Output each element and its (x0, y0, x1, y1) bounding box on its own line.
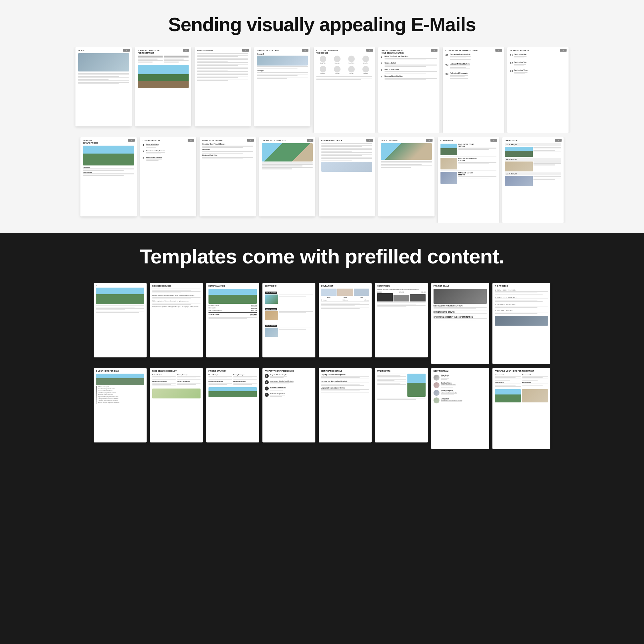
template-card-prop-comparison[interactable]: PROPERTY COMPARISON GUIDE 1 Property Val… (262, 368, 315, 442)
template-card-comparison1[interactable]: RE COMPARISON MAPLEWOOD COURT $865,000 (438, 137, 499, 223)
card-title: UTILITIES TIPS (377, 370, 426, 373)
template-card-process[interactable]: THE PROCESS ① INITIAL CONSULTATION: ② RE… (492, 283, 550, 364)
middle-section: Templates come with prefilled content. (0, 233, 644, 280)
comparison-guide: 1 Property Valuation Insights 2 Location… (265, 374, 313, 397)
logo-badge: RE (302, 49, 308, 52)
top-section: Sending visually appealing E-Mails RE RE… (0, 0, 644, 233)
middle-title: Templates come with prefilled content. (7, 245, 637, 268)
card-title: COMPARISON (265, 285, 313, 288)
card-title: COMPARISON (377, 285, 426, 288)
logo-badge: RE (247, 139, 254, 142)
goals-list: ENHANCED CUSTOMER SATISFACTION: MARKETWI… (434, 305, 487, 320)
template-card-pricing-strategy[interactable]: PRICING STRATEGY Market Analysis Pricing… (206, 368, 259, 442)
template-card-journey[interactable]: RE UNDERSTANDING YOURHOME SELLING JOURNE… (378, 47, 439, 133)
template-card-project-goals[interactable]: PROJECT GOALS ENHANCED CUSTOMER SATISFAC… (431, 283, 489, 364)
home-image (96, 374, 144, 385)
template-card-significance[interactable]: SIGNIFICANCE DETAILS Property Condition … (319, 368, 372, 442)
template-card-comp-table[interactable]: COMPARISON $800k $866k $750k Sq Fo (319, 283, 372, 357)
card-title: COMPARISON (321, 285, 369, 288)
strategy-image (208, 387, 257, 397)
row2-templates: RE IMPACT OFESTATE PRICING Positioning O… (7, 137, 637, 223)
logo-badge: RE (183, 49, 189, 52)
template-card-comparison2[interactable]: RE COMPARISON VALUE: $465,000 (502, 137, 564, 223)
template-card-comp-bars[interactable]: COMPARISON Discover the focus of the Rea… (375, 283, 428, 357)
bar-chart: $800,000$775,000$780,000 (377, 292, 426, 301)
template-card-pricing-impact[interactable]: RE IMPACT OFESTATE PRICING Positioning O… (80, 137, 137, 216)
card-title: INCLUSIVE SERVICES (510, 50, 566, 52)
template-card-feedback[interactable]: RE CUSTOMER FEEDBACK (319, 137, 375, 216)
card-title: CUSTOMER FEEDBACK (321, 140, 372, 142)
template-card-competitive[interactable]: RE COMPETITIVE PRICING Attracting More P… (200, 137, 256, 216)
template-card-valuation[interactable]: HOME VALUATION ESTIMATED VALUE:$319,500 … (206, 283, 259, 357)
card-title: PREPARING YOUR HOME FOR THE MARKET (495, 370, 548, 373)
fsbo-content: Market Analysis Pricing Considerations P… (152, 374, 201, 387)
card-title: PREPARING YOUR HOMEFOR THE MARKET (138, 50, 189, 54)
logo-badge: RE (366, 49, 373, 52)
template-card-promotion[interactable]: RE EFFECTIVE PROMOTIONTECHNIQUES Local P… (314, 47, 375, 133)
logo-badge: RE (555, 139, 562, 142)
card-title: EFFECTIVE PROMOTIONTECHNIQUES (316, 50, 372, 54)
template-card-services-sellers[interactable]: RE SERVICES PROVIDED FOR SELLERS 01 Comp… (443, 47, 504, 133)
strategy-content: Market Analysis Pricing Considerations P… (208, 374, 257, 386)
logo-badge: RE (560, 49, 567, 52)
card-title: G YOUR HOME FOR SALE (96, 370, 144, 373)
template-card-sales-guide[interactable]: RE PROPERTY SALES GUIDE Strategy 1 Strat… (254, 47, 310, 126)
card-text (321, 143, 372, 161)
process-steps: ① INITIAL CONSULTATION: ② REAL ESTATE ST… (495, 289, 548, 314)
logo-badge: RE (242, 49, 249, 52)
comp-items: VALUE: $800,000 VALUE: $866,000 (265, 289, 313, 337)
card-image (83, 146, 134, 165)
preparing-content: Assessment 1 Assessment 2 Assessment 3 A… (495, 374, 548, 388)
partial-title: IS (96, 285, 144, 287)
template-card-preparing[interactable]: RE PREPARING YOUR HOMEFOR THE MARKET (135, 47, 191, 126)
card-title: IMPORTANT INFO (197, 50, 248, 52)
template-card-included-services[interactable]: INCLUDED SERVICES Effective marketing an… (150, 283, 203, 357)
bottom-section: IS INCLUDED SERVICES Effective marketing… (0, 280, 644, 462)
step2: 2 Create a Budget (381, 62, 437, 68)
card-title: PROPERTY COMPARISON GUIDE (265, 370, 313, 373)
card-text (316, 76, 372, 80)
template-card-contact[interactable]: RE REACH OUT TO US (378, 137, 435, 216)
row3-templates: IS INCLUDED SERVICES Effective marketing… (7, 283, 637, 364)
template-card-home-sale[interactable]: G YOUR HOME FOR SALE Enhance curb appeal… (94, 368, 147, 442)
card-text (262, 162, 313, 169)
template-card-comp-images[interactable]: COMPARISON VALUE: $800,000 VALUE: $866,0… (262, 283, 315, 357)
step4: 4 Embrace Market Realities (381, 75, 437, 81)
house-image (138, 65, 189, 88)
card-title: COMPETITIVE PRICING (202, 140, 253, 142)
template-card-info[interactable]: RE IMPORTANT INFO (195, 47, 251, 126)
card-text: Effective marketing and advertising to a… (152, 289, 201, 307)
template-card-inclusive[interactable]: RE INCLUSIVE SERVICES 01 Service Item On… (507, 47, 569, 133)
step1: 1 Define Your Goals and Objectives (381, 56, 437, 61)
logo-badge: RE (495, 49, 502, 52)
comp-table: $800k $866k $750k Sq Footage Bedrooms Ba… (321, 289, 369, 309)
house-image (495, 316, 548, 326)
card-title: CLOSING PROCESS (143, 140, 194, 142)
card-title: HOME VALUATION (208, 285, 257, 288)
team-members: John Smith Sales Specialist Sarah Johnso… (434, 375, 487, 403)
template-card-utilities[interactable]: UTILITIES TIPS (375, 368, 428, 442)
strategy1-image (257, 56, 308, 66)
logo-badge: RE (123, 49, 130, 52)
template-card-team[interactable]: MEET THE TEAM John Smith Sales Specialis… (431, 368, 489, 449)
template-card-fsbo[interactable]: FSBO SELLING CHECKLIST Market Analysis P… (150, 368, 203, 442)
card-title: OPEN HOUSE ESSENTIALS (262, 140, 313, 142)
template-card-preparing-market2[interactable]: PREPARING YOUR HOME FOR THE MARKET Asses… (492, 368, 550, 449)
details-content: Property Condition and Inspection Locati… (321, 374, 369, 392)
logo-badge: RE (426, 139, 433, 142)
template-card-closing[interactable]: RE CLOSING PROCESS 1 Property Highlights… (140, 137, 196, 216)
card-title-ready: READY (78, 50, 129, 52)
feedback-image (321, 162, 372, 172)
template-card-open-house[interactable]: RE OPEN HOUSE ESSENTIALS (259, 137, 315, 216)
template-card-partial[interactable]: IS (94, 283, 147, 357)
checklist-image (152, 389, 201, 398)
template-card-ready[interactable]: RE READY (75, 47, 132, 126)
row1-templates: RE READY RE PREPARING YOUR HOMEFOR THE M… (7, 47, 637, 133)
valuation-stats: ESTIMATED VALUE:$319,500 LAND VALUE:$137… (208, 305, 257, 316)
card-title: PROJECT GOALS (434, 285, 487, 288)
card-title: SERVICES PROVIDED FOR SELLERS (445, 50, 501, 52)
card-text (197, 53, 248, 81)
card-title: INCLUDED SERVICES (152, 285, 201, 288)
comp-subtitle: Discover the focus of the Real Estate Ma… (377, 289, 426, 290)
card-title: THE PROCESS (495, 285, 548, 288)
